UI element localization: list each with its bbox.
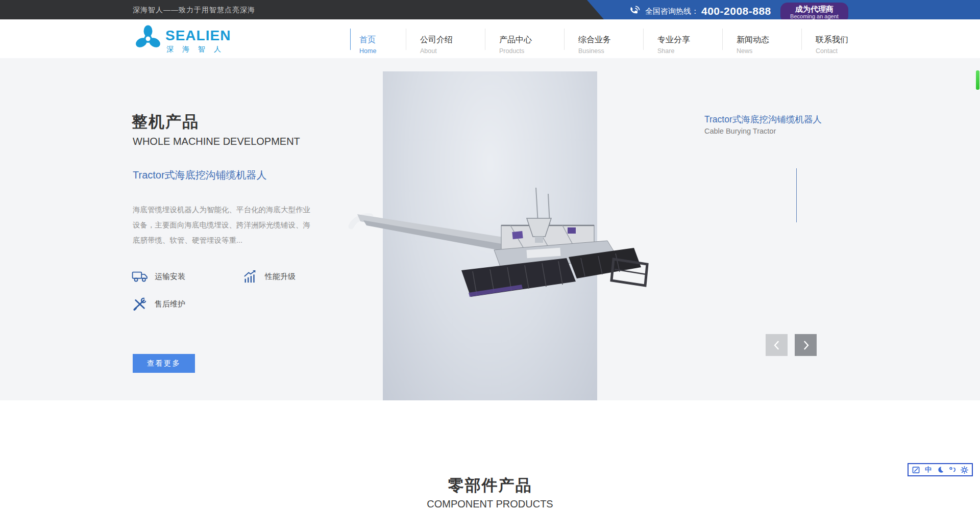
logo[interactable]: SEALIEN 深海智人 — [136, 23, 238, 54]
nav-label-zh: 联系我们 — [816, 35, 880, 44]
slide-caption-title[interactable]: Tractor式海底挖沟铺缆机器人 — [704, 113, 822, 125]
translate-icon[interactable]: 中 — [924, 466, 932, 474]
voice-icon[interactable] — [948, 466, 957, 474]
slide-caption-subtitle: Cable Burying Tractor — [704, 127, 776, 135]
caption-divider-line — [796, 168, 797, 222]
nav-label-en: News — [737, 47, 801, 55]
chevron-left-icon — [773, 340, 781, 351]
tools-icon — [132, 297, 148, 311]
section-title-zh: 整机产品 — [132, 111, 199, 133]
nav-item-contact[interactable]: 联系我们 Contact — [801, 19, 880, 58]
product-render — [348, 168, 649, 306]
feature-performance: 性能升级 — [242, 269, 351, 284]
nav-item-business[interactable]: 综合业务 Business — [564, 19, 643, 58]
feature-list: 运输安装 性能升级 — [132, 269, 351, 311]
product-title[interactable]: Tractor式海底挖沟铺缆机器人 — [133, 168, 267, 182]
gear-icon[interactable] — [960, 466, 968, 474]
components-section: 零部件产品 COMPONENT PRODUCTS — [0, 400, 980, 510]
form-icon[interactable] — [912, 466, 920, 474]
nav-label-en: Share — [657, 47, 722, 55]
section-title-en: WHOLE MACHINE DEVELOPMENT — [133, 136, 300, 147]
feature-maintenance: 售后维护 — [132, 297, 242, 311]
hero-section: 整机产品 WHOLE MACHINE DEVELOPMENT Tractor式海… — [0, 58, 980, 400]
nav-label-en: Products — [499, 47, 564, 55]
view-more-button[interactable]: 查看更多 — [133, 354, 195, 373]
nav-item-products[interactable]: 产品中心 Products — [485, 19, 564, 58]
chevron-right-icon — [802, 340, 810, 351]
nav-label-zh: 首页 — [359, 35, 406, 44]
feature-label: 售后维护 — [155, 299, 185, 309]
phone-icon — [628, 5, 641, 18]
feature-transport: 运输安装 — [132, 269, 242, 284]
logo-subtitle: 深海智人 — [166, 45, 230, 54]
topbar-slogan: 深海智人——致力于用智慧点亮深海 — [133, 0, 255, 19]
sealien-homepage: 深海智人——致力于用智慧点亮深海 全国咨询热线： 400-2008-888 成为… — [0, 0, 980, 510]
components-title-zh: 零部件产品 — [0, 475, 980, 496]
nav-label-en: Home — [359, 47, 406, 55]
carousel-next-button[interactable] — [795, 334, 817, 356]
nav-label-zh: 专业分享 — [657, 35, 722, 44]
site-header: SEALIEN 深海智人 首页 Home 公司介绍 About 产品中心 Pro… — [0, 19, 980, 58]
translate-glyph: 中 — [925, 466, 932, 474]
nav-label-zh: 公司介绍 — [420, 35, 485, 44]
propeller-logo-icon — [136, 24, 160, 52]
widget-toolbar: 中 — [908, 463, 973, 476]
truck-icon — [132, 269, 148, 284]
chart-up-icon — [242, 269, 258, 284]
nav-label-en: About — [420, 47, 485, 55]
nav-label-en: Contact — [816, 47, 880, 55]
nav-item-news[interactable]: 新闻动态 News — [722, 19, 801, 58]
moon-icon[interactable] — [936, 466, 944, 474]
scrollbar-thumb[interactable] — [976, 70, 979, 90]
feature-label: 性能升级 — [265, 272, 296, 282]
feature-label: 运输安装 — [155, 272, 185, 282]
nav-item-about[interactable]: 公司介绍 About — [406, 19, 485, 58]
logo-name: SEALIEN — [165, 28, 231, 44]
product-description: 海底管缆埋设机器人为智能化、平台化的海底大型作业设备，主要面向海底电缆埋设、跨洋… — [133, 202, 316, 248]
nav-label-en: Business — [578, 47, 643, 55]
components-title-en: COMPONENT PRODUCTS — [0, 498, 980, 510]
main-nav: 首页 Home 公司介绍 About 产品中心 Products 综合业务 Bu… — [350, 19, 880, 58]
nav-label-zh: 新闻动态 — [737, 35, 801, 44]
nav-item-share[interactable]: 专业分享 Share — [643, 19, 722, 58]
nav-label-zh: 综合业务 — [578, 35, 643, 44]
nav-label-zh: 产品中心 — [499, 35, 564, 44]
carousel-prev-button[interactable] — [766, 334, 788, 356]
nav-item-home[interactable]: 首页 Home — [350, 19, 406, 58]
become-agent-label-zh: 成为代理商 — [780, 5, 848, 13]
